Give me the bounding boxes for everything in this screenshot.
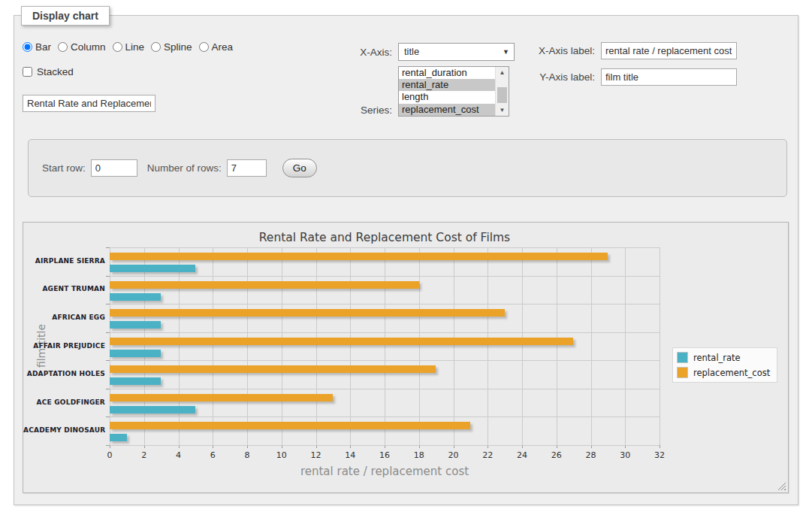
bar-replacement_cost[interactable] bbox=[110, 422, 470, 429]
radio-column[interactable] bbox=[58, 42, 68, 52]
x-tick-label: 16 bbox=[373, 450, 396, 460]
resize-handle-icon[interactable] bbox=[777, 482, 786, 490]
v-gridline bbox=[385, 247, 385, 445]
series-options: rental_durationrental_ratelengthreplacem… bbox=[399, 67, 496, 116]
v-gridline bbox=[625, 247, 626, 445]
legend-swatch-replacement_cost bbox=[677, 367, 688, 378]
radio-label-spline: Spline bbox=[164, 41, 192, 53]
v-gridline bbox=[557, 247, 557, 445]
bar-replacement_cost[interactable] bbox=[110, 394, 333, 401]
v-gridline bbox=[454, 247, 454, 445]
stacked-checkbox[interactable] bbox=[23, 67, 32, 77]
bar-replacement_cost[interactable] bbox=[110, 338, 573, 345]
x-tick-label: 0 bbox=[98, 450, 121, 460]
x-tick-label: 2 bbox=[133, 450, 155, 460]
x-tick-label: 26 bbox=[545, 450, 568, 460]
bar-rental_rate[interactable] bbox=[110, 406, 195, 414]
y-tick-mark bbox=[106, 304, 110, 304]
y-category-label: AIRPLANE SIERRA bbox=[23, 257, 105, 265]
scrollbar-thumb[interactable] bbox=[497, 87, 507, 103]
bar-rental_rate[interactable] bbox=[110, 293, 161, 301]
y-category-label: ACE GOLDFINGER bbox=[23, 398, 105, 406]
v-gridline bbox=[660, 247, 660, 445]
go-button[interactable]: Go bbox=[282, 159, 317, 177]
x-axis-select[interactable]: title ▼ bbox=[398, 43, 515, 61]
y-category-label: ACADEMY DINOSAUR bbox=[23, 426, 105, 434]
h-gridline bbox=[110, 332, 660, 333]
x-tick-label: 10 bbox=[270, 450, 293, 460]
v-gridline bbox=[247, 247, 248, 445]
radio-bar[interactable] bbox=[23, 42, 32, 52]
y-tick-mark bbox=[106, 360, 110, 361]
h-gridline bbox=[110, 304, 660, 304]
start-row-input[interactable] bbox=[91, 159, 137, 177]
h-gridline bbox=[110, 247, 660, 248]
bar-rental_rate[interactable] bbox=[110, 350, 161, 357]
series-scrollbar[interactable]: ▲ ▼ bbox=[495, 67, 509, 116]
chart-title-input[interactable] bbox=[23, 95, 155, 112]
x-tick-label: 22 bbox=[476, 450, 499, 460]
chart-legend: rental_ratereplacement_cost bbox=[672, 347, 777, 383]
v-gridline bbox=[419, 247, 420, 445]
radio-area[interactable] bbox=[199, 42, 209, 52]
scroll-up-icon[interactable]: ▲ bbox=[496, 67, 509, 78]
y-tick-mark bbox=[106, 247, 110, 248]
y-category-label: AFFAIR PREJUDICE bbox=[23, 342, 105, 350]
h-gridline bbox=[110, 276, 660, 277]
chart-type-option-line[interactable]: Line bbox=[113, 41, 145, 53]
legend-label: replacement_cost bbox=[693, 368, 770, 378]
chart-type-option-spline[interactable]: Spline bbox=[151, 41, 192, 53]
series-option-replacement_cost[interactable]: replacement_cost bbox=[399, 104, 496, 116]
row-range-controls: Start row: Number of rows: Go bbox=[42, 159, 317, 177]
series-option-rental_duration[interactable]: rental_duration bbox=[399, 67, 496, 79]
y-axis-label-caption: Y-Axis label: bbox=[532, 71, 595, 83]
series-option-rental_rate[interactable]: rental_rate bbox=[399, 79, 496, 91]
v-gridline bbox=[522, 247, 523, 445]
series-option-length[interactable]: length bbox=[399, 91, 496, 103]
radio-spline[interactable] bbox=[151, 42, 161, 52]
bar-rental_rate[interactable] bbox=[110, 265, 195, 272]
bar-replacement_cost[interactable] bbox=[110, 309, 505, 317]
x-tick-label: 28 bbox=[580, 450, 602, 460]
chart-type-option-bar[interactable]: Bar bbox=[23, 41, 51, 53]
v-gridline bbox=[350, 247, 351, 445]
v-gridline bbox=[110, 247, 110, 445]
legend-entry-replacement_cost: replacement_cost bbox=[677, 367, 770, 378]
bar-rental_rate[interactable] bbox=[110, 321, 161, 329]
series-select-label: Series: bbox=[349, 105, 392, 116]
series-listbox[interactable]: rental_durationrental_ratelengthreplacem… bbox=[398, 66, 509, 117]
radio-line[interactable] bbox=[113, 42, 122, 52]
v-gridline bbox=[179, 247, 180, 445]
h-gridline bbox=[110, 389, 660, 389]
x-axis-select-label: X-Axis: bbox=[349, 47, 392, 58]
number-of-rows-input[interactable] bbox=[227, 159, 267, 177]
y-category-label: AFRICAN EGG bbox=[23, 314, 105, 321]
scroll-down-icon[interactable]: ▼ bbox=[496, 105, 509, 116]
chart-type-option-column[interactable]: Column bbox=[58, 41, 106, 53]
bar-replacement_cost[interactable] bbox=[110, 253, 608, 260]
v-gridline bbox=[591, 247, 592, 445]
bar-rental_rate[interactable] bbox=[110, 434, 127, 441]
x-tick-label: 14 bbox=[339, 450, 361, 460]
radio-label-line: Line bbox=[125, 41, 145, 53]
y-tick-mark bbox=[106, 276, 110, 277]
x-tick-label: 8 bbox=[236, 450, 258, 460]
v-gridline bbox=[282, 247, 282, 445]
legend-swatch-rental_rate bbox=[677, 352, 688, 363]
x-axis-label-caption: X-Axis label: bbox=[532, 45, 595, 56]
x-axis-label-input[interactable] bbox=[601, 42, 737, 59]
v-gridline bbox=[488, 247, 488, 445]
legend-entry-rental_rate: rental_rate bbox=[677, 352, 770, 363]
x-tick-label: 6 bbox=[201, 450, 224, 460]
y-axis-label-input[interactable] bbox=[601, 68, 737, 86]
chart-type-option-area[interactable]: Area bbox=[199, 41, 234, 53]
bar-replacement_cost[interactable] bbox=[110, 365, 436, 373]
stacked-label: Stacked bbox=[37, 66, 74, 77]
x-axis-group: X-Axis: title ▼ bbox=[349, 43, 515, 61]
radio-label-area: Area bbox=[212, 41, 234, 53]
x-tick-label: 4 bbox=[168, 450, 190, 460]
x-tick-label: 18 bbox=[408, 450, 430, 460]
bar-rental_rate[interactable] bbox=[110, 377, 161, 385]
bar-replacement_cost[interactable] bbox=[110, 281, 419, 289]
start-row-label: Start row: bbox=[42, 162, 86, 174]
